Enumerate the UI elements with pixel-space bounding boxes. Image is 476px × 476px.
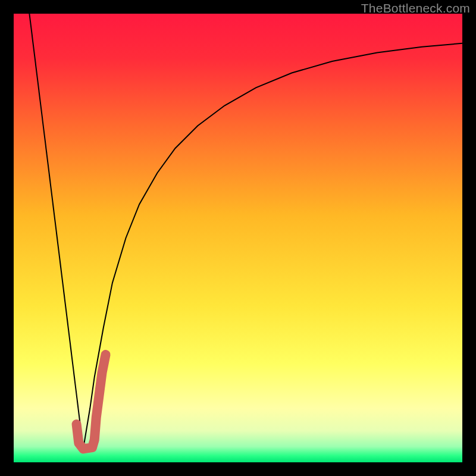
plot-area — [14, 14, 462, 462]
chart-svg — [14, 14, 462, 462]
gradient-background — [14, 14, 462, 462]
chart-frame: TheBottleneck.com — [0, 0, 476, 476]
